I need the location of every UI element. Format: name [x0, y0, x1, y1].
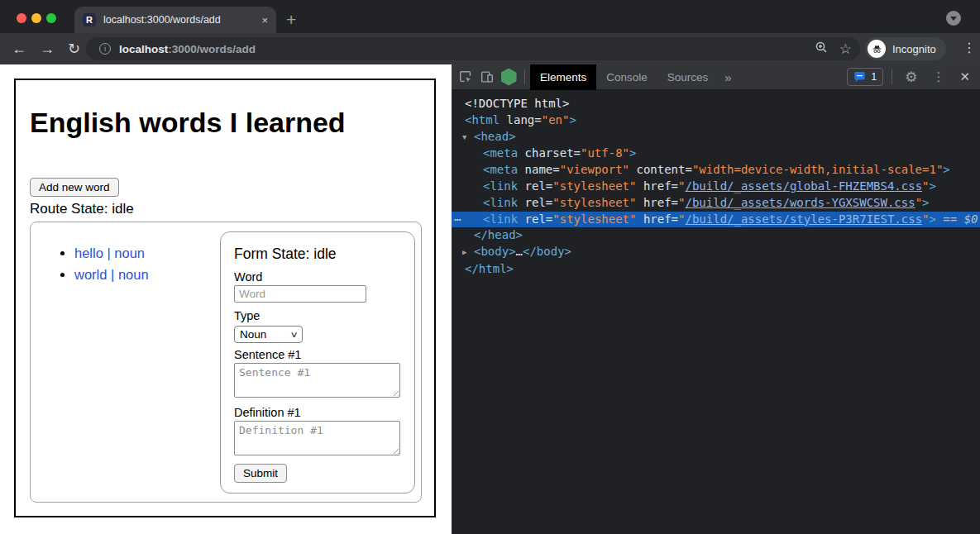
device-toolbar-icon[interactable] [476, 66, 498, 88]
node-ellipsis-icon[interactable]: … [454, 209, 460, 226]
page-title: English words I learned [30, 107, 346, 139]
devtools-node[interactable]: …<link rel="stylesheet" href="/build/_as… [452, 212, 980, 228]
devtools-node[interactable]: ▶<body>…</body> [452, 244, 980, 261]
tab-search-button[interactable] [946, 11, 961, 26]
bookmark-star-icon[interactable]: ☆ [839, 41, 852, 58]
issues-count: 1 [871, 71, 877, 83]
toolbar-divider [524, 69, 525, 84]
browser-titlebar: R localhost:3000/words/add × + [0, 0, 980, 33]
word-input[interactable] [234, 285, 366, 303]
definition-textarea[interactable] [234, 421, 400, 455]
tab-title: localhost:3000/words/add [103, 14, 256, 26]
word-link[interactable]: hello | noun [74, 246, 145, 260]
message-bubble-icon [853, 71, 866, 83]
site-info-icon[interactable]: i [99, 43, 111, 55]
devtools-node[interactable]: ▼<head> [452, 129, 980, 146]
definition-label: Definition #1 [234, 406, 301, 419]
form-state-text: Form State: idle [234, 246, 337, 263]
toolbar-divider [892, 69, 892, 84]
word-link[interactable]: world | noun [74, 267, 149, 282]
devtools-close-icon[interactable]: ✕ [952, 69, 980, 84]
word-list-item: hello | noun [74, 242, 149, 264]
chevron-down-icon: ∨ [289, 330, 298, 339]
word-label: Word [234, 270, 262, 284]
reload-button[interactable]: ↻ [68, 39, 80, 59]
expand-arrow-icon[interactable]: ▶ [462, 245, 474, 261]
tab-close-icon[interactable]: × [261, 14, 268, 26]
devtools-node[interactable]: <!DOCTYPE html> [452, 96, 980, 112]
new-tab-button[interactable]: + [286, 8, 296, 31]
devtools-tree: <!DOCTYPE html><html lang="en">▼<head><m… [452, 91, 980, 534]
url-text: localhost:3000/words/add [119, 43, 803, 55]
page-container: English words I learned Add new word Rou… [14, 79, 436, 517]
devtools-menu-icon[interactable]: ⋮ [925, 69, 952, 84]
page-viewport: English words I learned Add new word Rou… [0, 64, 452, 534]
more-tabs-button[interactable]: » [718, 70, 738, 84]
devtools-node[interactable]: <html lang="en"> [452, 112, 980, 129]
type-label: Type [234, 309, 260, 322]
devtools-node[interactable]: <meta charset="utf-8"> [452, 145, 980, 162]
word-list-item: world | noun [74, 264, 149, 285]
submit-button[interactable]: Submit [234, 464, 287, 483]
sentence-textarea[interactable] [234, 363, 400, 398]
incognito-icon [868, 40, 886, 58]
address-bar[interactable]: i localhost:3000/words/add ☆ [86, 37, 860, 60]
inspect-element-icon[interactable] [455, 66, 476, 88]
incognito-badge: Incognito [865, 37, 946, 60]
devtools-node[interactable]: <link rel="stylesheet" href="/build/_ass… [452, 195, 980, 212]
hexagon-extension-icon [501, 69, 517, 86]
window-zoom-button[interactable] [46, 13, 56, 23]
browser-tab[interactable]: R localhost:3000/words/add × [74, 7, 276, 33]
zoom-icon[interactable] [815, 41, 828, 57]
remix-favicon-icon: R [83, 13, 96, 26]
tab-sources[interactable]: Sources [657, 64, 719, 90]
expand-arrow-icon[interactable]: ▼ [462, 130, 474, 146]
browser-menu-button[interactable]: ⋮ [963, 40, 976, 55]
back-button[interactable]: ← [12, 39, 26, 59]
browser-toolbar: ← → ↻ i localhost:3000/words/add ☆ Incog… [0, 33, 980, 64]
devtools-node[interactable]: </html> [452, 261, 980, 278]
extension-icon[interactable] [498, 66, 519, 88]
sentence-label: Sentence #1 [234, 348, 301, 361]
type-select-value: Noun [240, 328, 266, 341]
add-word-form: Form State: idle Word Type Noun ∨ Senten… [220, 231, 415, 493]
words-section: hello | nounworld | noun Form State: idl… [30, 222, 422, 503]
type-select[interactable]: Noun ∨ [234, 326, 303, 343]
forward-button[interactable]: → [40, 39, 55, 59]
devtools-node[interactable]: <meta name="viewport" content="width=dev… [452, 162, 980, 179]
url-path: :3000/words/add [168, 43, 256, 55]
tab-elements[interactable]: Elements [530, 64, 596, 90]
tab-console[interactable]: Console [596, 64, 657, 90]
window-close-button[interactable] [17, 13, 26, 23]
window-minimize-button[interactable] [31, 13, 41, 23]
chevron-down-icon [950, 17, 957, 21]
devtools-toolbar: Elements Console Sources » 1 ⚙ ⋮ ✕ [452, 64, 980, 90]
url-host: localhost [119, 43, 168, 55]
devtools-node[interactable]: <link rel="stylesheet" href="/build/_ass… [452, 179, 980, 195]
settings-gear-icon[interactable]: ⚙ [897, 69, 925, 86]
add-new-word-button[interactable]: Add new word [30, 178, 119, 197]
route-state-text: Route State: idle [30, 201, 134, 217]
devtools-panel: Elements Console Sources » 1 ⚙ ⋮ ✕ <!DOC… [452, 64, 980, 534]
word-list: hello | nounworld | noun [31, 242, 149, 285]
incognito-label: Incognito [892, 43, 936, 55]
devtools-node[interactable]: </head> [452, 227, 980, 244]
issues-counter[interactable]: 1 [847, 68, 883, 86]
